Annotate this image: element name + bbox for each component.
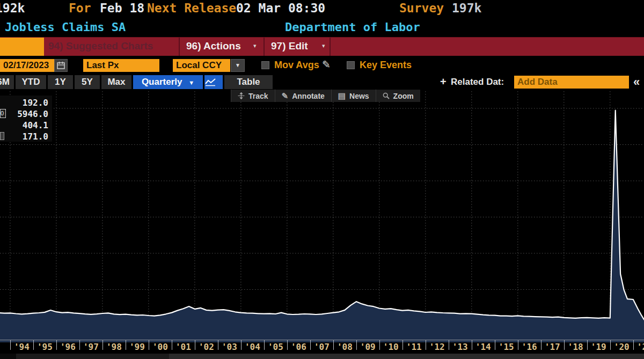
currency-dropdown-button[interactable]: ▼: [231, 59, 245, 72]
mov-avgs-pencil-icon[interactable]: ✎: [322, 58, 331, 71]
survey-label: Survey: [399, 1, 444, 15]
x-axis-label: '95: [33, 342, 56, 352]
last-print-value: 192k: [0, 1, 25, 15]
x-axis-label: '11: [402, 342, 426, 352]
next-release-datetime: 02 Mar 08:30: [236, 1, 325, 15]
x-axis-label: '05: [264, 342, 287, 352]
tab-1y[interactable]: 1Y: [48, 75, 73, 89]
x-axis-label: '18: [564, 342, 587, 352]
legend-low-value: 171.0: [2, 131, 48, 142]
x-axis-label: '04: [240, 342, 264, 352]
x-axis-label: '13: [448, 342, 472, 352]
x-axis-label: '20: [610, 342, 633, 352]
period-dropdown-icon: ▼: [188, 79, 194, 86]
x-axis-label: '21: [633, 342, 644, 352]
x-axis-label: '14: [471, 342, 495, 352]
price-field-select[interactable]: Last Px: [83, 59, 159, 72]
menu-bar: 94) Suggested Charts 96) Actions ▾ 97) E…: [0, 37, 644, 56]
key-events-checkbox[interactable]: [347, 61, 355, 69]
mov-avgs-checkbox[interactable]: [261, 61, 269, 69]
x-axis-labels: '94'95'96'97'98'99'00'01'02'03'04'05'06'…: [0, 340, 644, 353]
currency-select[interactable]: Local CCY: [173, 59, 230, 72]
range-tabs-row: 6M YTD 1Y 5Y Max Quarterly ▼ Table + Rel…: [0, 75, 644, 89]
header-row-2: Jobless Claims SA Department of Labor: [0, 20, 644, 36]
scrollbar-handle[interactable]: [169, 354, 644, 359]
bloomberg-terminal-screen: 192k For Feb 18 Next Release 02 Mar 08:3…: [0, 0, 644, 359]
x-axis-label: '10: [379, 342, 402, 352]
survey-value: 197k: [452, 1, 481, 15]
menu-divider: [179, 38, 180, 56]
zoom-button[interactable]: Zoom: [376, 90, 420, 102]
tab-max[interactable]: Max: [101, 75, 131, 89]
track-button[interactable]: Track: [231, 90, 275, 102]
x-axis-label: '08: [333, 342, 356, 352]
chart-toolbar: Track ✎ Annotate ▤ News Zoom: [231, 90, 420, 102]
actions-menu[interactable]: 96) Actions: [186, 40, 241, 52]
scrollbar-left-cap: [0, 354, 16, 359]
x-axis-label: '96: [56, 342, 79, 352]
track-icon: [238, 92, 245, 99]
date-input[interactable]: 02/17/2023: [0, 59, 54, 72]
add-data-input[interactable]: Add Data: [514, 76, 629, 89]
x-axis-label: '97: [79, 342, 103, 352]
menu-divider: [330, 38, 331, 56]
legend-last-value: 192.0: [2, 97, 48, 108]
legend-high-date-tag-fragment: 0: [0, 109, 6, 118]
data-source: Department of Labor: [285, 20, 420, 34]
chart-legend: 192.0 5946.0 404.1 171.0 0: [0, 96, 52, 142]
header-row-1: 192k For Feb 18 Next Release 02 Mar 08:3…: [0, 1, 644, 19]
for-date: Feb 18: [100, 1, 144, 15]
tab-table[interactable]: Table: [224, 75, 273, 89]
edit-menu[interactable]: 97) Edit: [271, 40, 308, 52]
x-axis-label: '98: [102, 342, 126, 352]
legend-high-value: 5946.0: [2, 108, 48, 120]
related-data-label[interactable]: Related Dat:: [451, 77, 504, 87]
jobless-claims-area-chart[interactable]: [0, 91, 644, 340]
security-name: Jobless Claims SA: [5, 20, 126, 34]
calendar-button[interactable]: [54, 59, 68, 72]
edit-caret-icon: ▾: [322, 42, 325, 49]
next-release-label: Next Release: [147, 1, 236, 15]
x-axis-label: '01: [171, 342, 195, 352]
key-events-label[interactable]: Key Events: [360, 60, 412, 71]
tab-5y[interactable]: 5Y: [75, 75, 100, 89]
news-button[interactable]: ▤ News: [331, 90, 376, 102]
x-axis-label: '19: [587, 342, 610, 352]
annotate-button[interactable]: ✎ Annotate: [275, 90, 331, 102]
tab-6m[interactable]: 6M: [0, 75, 14, 89]
calendar-icon: [55, 60, 67, 71]
legend-low-date-tag-fragment: [0, 132, 4, 140]
horizontal-scrollbar[interactable]: [0, 354, 644, 359]
x-axis-label: '06: [287, 342, 310, 352]
news-icon: ▤: [338, 91, 346, 101]
actions-caret-icon: ▾: [253, 42, 257, 49]
menu-divider: [264, 38, 265, 56]
x-axis-label: '99: [125, 342, 149, 352]
annotate-pencil-icon: ✎: [282, 91, 289, 101]
period-select[interactable]: Quarterly ▼: [133, 75, 203, 89]
line-chart-icon: [204, 78, 216, 86]
x-axis-label: '17: [540, 342, 564, 352]
x-axis-label: '00: [148, 342, 172, 352]
chart-type-button[interactable]: [204, 75, 223, 89]
plus-icon: +: [440, 76, 447, 88]
x-axis-label: '02: [194, 342, 218, 352]
control-row: 02/17/2023 Last Px Local CCY ▼ Mov Avgs …: [0, 58, 644, 74]
tab-ytd[interactable]: YTD: [16, 75, 46, 89]
x-axis-label: '16: [517, 342, 541, 352]
x-axis-label: '03: [217, 342, 241, 352]
suggested-charts-menu[interactable]: 94) Suggested Charts: [48, 40, 153, 52]
mov-avgs-label[interactable]: Mov Avgs: [274, 60, 319, 71]
zoom-magnifier-icon: [383, 92, 390, 99]
for-label: For: [69, 1, 91, 15]
menu-orange-block[interactable]: [0, 38, 44, 56]
x-axis-label: '12: [425, 342, 449, 352]
legend-average-value: 404.1: [2, 120, 48, 131]
x-axis-label: '09: [356, 342, 379, 352]
x-axis-label: '07: [310, 342, 333, 352]
collapse-panel-icon[interactable]: «: [633, 75, 640, 89]
x-axis-label: '94: [10, 342, 33, 352]
x-axis-label: '15: [494, 342, 518, 352]
